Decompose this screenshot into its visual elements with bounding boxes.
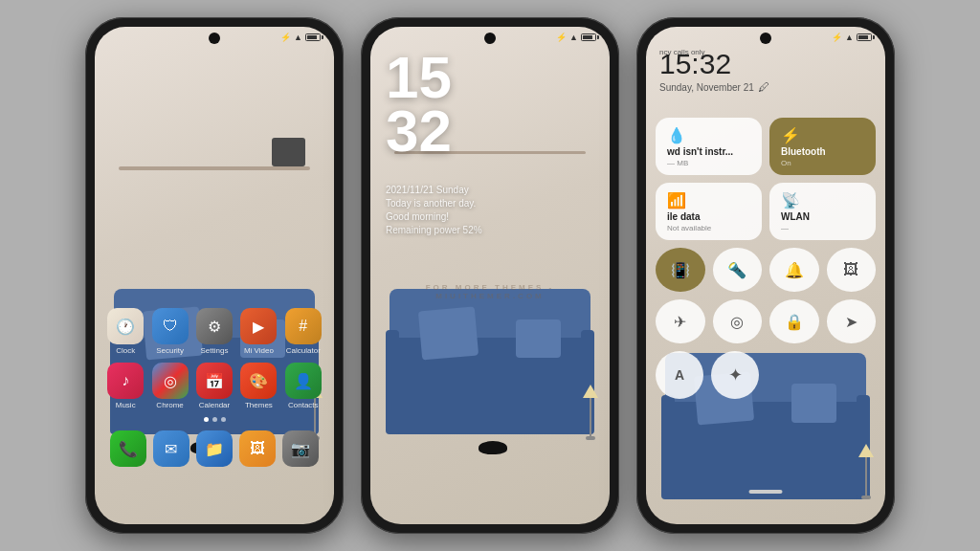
cc-bell-btn[interactable]: 🔔 bbox=[769, 248, 819, 292]
app-themes[interactable]: 🎨 Themes bbox=[239, 363, 278, 409]
dock-files-icon: 📁 bbox=[196, 430, 233, 467]
app-clock[interactable]: 🕐 Clock bbox=[106, 308, 145, 355]
phone1-status-icons: ⚡ ▲ bbox=[280, 33, 321, 42]
bluetooth-icon: ⚡ bbox=[280, 33, 291, 42]
cc-location-btn[interactable]: ➤ bbox=[827, 299, 877, 343]
bt-icon3: ⚡ bbox=[832, 33, 842, 42]
battery-icon3 bbox=[857, 33, 872, 41]
phone1-dock: 📞 ✉ 📁 🖼 📷 bbox=[106, 427, 323, 467]
dot-2 bbox=[212, 417, 217, 422]
wifi-icon3: ▲ bbox=[845, 33, 854, 42]
dock-mail-icon: ✉ bbox=[153, 430, 189, 467]
phone2-time-widget: 15 32 bbox=[386, 51, 452, 158]
app-clock-label: Clock bbox=[116, 346, 135, 355]
cc-home-indicator bbox=[749, 490, 783, 494]
water-icon: 💧 bbox=[667, 126, 686, 144]
cc-lock-btn[interactable]: 🔒 bbox=[769, 299, 819, 343]
phone2-msg1: Today is another day. bbox=[386, 198, 482, 209]
app-calendar-label: Calendar bbox=[199, 401, 230, 409]
phone2-info-widget: 2021/11/21 Sunday Today is another day. … bbox=[386, 185, 482, 235]
cc-airplane-btn[interactable]: ✈ bbox=[656, 299, 705, 343]
dock-mail[interactable]: ✉ bbox=[153, 430, 189, 467]
cc-circle-btn[interactable]: ◎ bbox=[713, 299, 763, 343]
bt-tile-icon: ⚡ bbox=[781, 126, 800, 144]
battery-icon bbox=[581, 33, 596, 41]
phone-3: ⚡ ▲ ncy calls only 15:32 Sunday, Novembe… bbox=[636, 17, 895, 534]
cc-tile-water[interactable]: 💧 wd isn't instr... — MB bbox=[656, 118, 762, 175]
cc-tile-bluetooth[interactable]: ⚡ Bluetooth On bbox=[769, 118, 876, 175]
cc-tile-wlan[interactable]: 📡 WLAN — bbox=[769, 183, 876, 240]
bt-label: Bluetooth bbox=[781, 146, 826, 157]
cc-date: Sunday, November 21 bbox=[659, 82, 754, 93]
app-calculator-icon: # bbox=[285, 308, 322, 344]
phone1-app-row2: ♪ Music ◎ Chrome 📅 Calendar 🎨 Themes 👤 bbox=[106, 363, 323, 409]
cc-edit-icon[interactable]: 🖊 bbox=[758, 80, 769, 94]
phone2-big-min: 32 bbox=[386, 104, 452, 158]
cc-date-row: Sunday, November 21 🖊 bbox=[659, 80, 872, 94]
cc-time: 15:32 bbox=[659, 48, 872, 80]
watermark: FOR MORE THEMES - MIUITHEMER.COM bbox=[370, 283, 610, 300]
data-label: ile data bbox=[667, 211, 700, 222]
app-security[interactable]: 🛡 Security bbox=[150, 308, 189, 355]
cc-bottom-row: A ✦ bbox=[656, 351, 876, 399]
app-contacts-label: Contacts bbox=[288, 401, 319, 409]
cc-font-btn[interactable]: A bbox=[656, 351, 703, 399]
app-chrome-icon: ◎ bbox=[152, 363, 189, 399]
dot-1 bbox=[204, 417, 209, 422]
phone-1: ⚡ ▲ 15 : 32 11 / 21 Sun 🕐 Clock 🛡 S bbox=[85, 17, 344, 534]
phone3-notch bbox=[760, 33, 771, 44]
wlan-sub: — bbox=[781, 224, 789, 232]
app-contacts-icon: 👤 bbox=[285, 363, 322, 399]
phone1-app-row1: 🕐 Clock 🛡 Security ⚙ Settings ▶ Mi Video… bbox=[106, 308, 323, 355]
phone2-cat bbox=[479, 441, 507, 454]
wifi-icon: ▲ bbox=[569, 33, 578, 42]
app-settings-icon: ⚙ bbox=[196, 308, 233, 344]
app-calendar[interactable]: 📅 Calendar bbox=[195, 363, 234, 409]
app-music[interactable]: ♪ Music bbox=[106, 363, 145, 409]
app-settings[interactable]: ⚙ Settings bbox=[195, 308, 234, 355]
dock-camera-icon: 📷 bbox=[282, 430, 319, 467]
dock-gallery-icon: 🖼 bbox=[239, 430, 276, 467]
app-security-label: Security bbox=[156, 346, 184, 355]
dock-gallery[interactable]: 🖼 bbox=[239, 430, 276, 467]
dock-phone[interactable]: 📞 bbox=[110, 430, 146, 467]
wlan-label: WLAN bbox=[781, 211, 810, 222]
cc-icon-row-2: ✈ ◎ 🔒 ➤ bbox=[656, 299, 876, 343]
cc-screenshot-btn[interactable]: 🖼 bbox=[827, 248, 877, 292]
bt-icon: ⚡ bbox=[556, 33, 567, 42]
data-sub: Not available bbox=[667, 224, 711, 232]
phone2-sofa bbox=[390, 296, 590, 435]
dock-files[interactable]: 📁 bbox=[196, 430, 233, 467]
cc-brightness-btn[interactable]: ✦ bbox=[711, 351, 759, 399]
app-contacts[interactable]: 👤 Contacts bbox=[284, 363, 323, 409]
phone3-control-center: 15:32 Sunday, November 21 🖊 💧 wd isn't i… bbox=[646, 27, 885, 524]
data-icon: 📶 bbox=[667, 191, 686, 209]
phone2-notch bbox=[484, 33, 496, 44]
cc-icon-row-1: 📳 🔦 🔔 🖼 bbox=[656, 248, 876, 292]
phone2-status-icons: ⚡ ▲ bbox=[556, 33, 596, 42]
app-security-icon: 🛡 bbox=[152, 308, 189, 344]
dock-camera[interactable]: 📷 bbox=[282, 430, 319, 467]
app-calculator[interactable]: # Calculator bbox=[284, 308, 323, 355]
cc-tiles: 💧 wd isn't instr... — MB ⚡ Bluetooth On … bbox=[656, 118, 876, 399]
phone3-status-icons: ⚡ ▲ bbox=[832, 33, 872, 42]
dock-phone-icon: 📞 bbox=[110, 430, 146, 467]
cc-row-1: 💧 wd isn't instr... — MB ⚡ Bluetooth On bbox=[656, 118, 876, 175]
cc-flashlight-btn[interactable]: 🔦 bbox=[713, 248, 763, 292]
app-calculator-label: Calculator bbox=[286, 346, 321, 355]
cc-tile-mobiledata[interactable]: 📶 ile data Not available bbox=[656, 183, 762, 240]
app-chrome[interactable]: ◎ Chrome bbox=[150, 363, 189, 409]
cc-row-2: 📶 ile data Not available 📡 WLAN — bbox=[656, 183, 876, 240]
dot-3 bbox=[221, 417, 226, 422]
water-label: wd isn't instr... bbox=[667, 146, 733, 157]
cc-vibrate-btn[interactable]: 📳 bbox=[656, 248, 705, 292]
shelf-top bbox=[119, 166, 310, 170]
bt-sub: On bbox=[781, 159, 791, 167]
app-mivideo[interactable]: ▶ Mi Video bbox=[239, 308, 278, 355]
phone1-notch bbox=[209, 33, 220, 44]
cc-status-area: 15:32 Sunday, November 21 🖊 bbox=[659, 48, 872, 94]
app-mivideo-label: Mi Video bbox=[244, 346, 274, 355]
wlan-icon: 📡 bbox=[781, 191, 800, 209]
phone2-big-hour: 15 bbox=[386, 51, 452, 104]
phone2-msg2: Good morning! bbox=[386, 211, 482, 222]
